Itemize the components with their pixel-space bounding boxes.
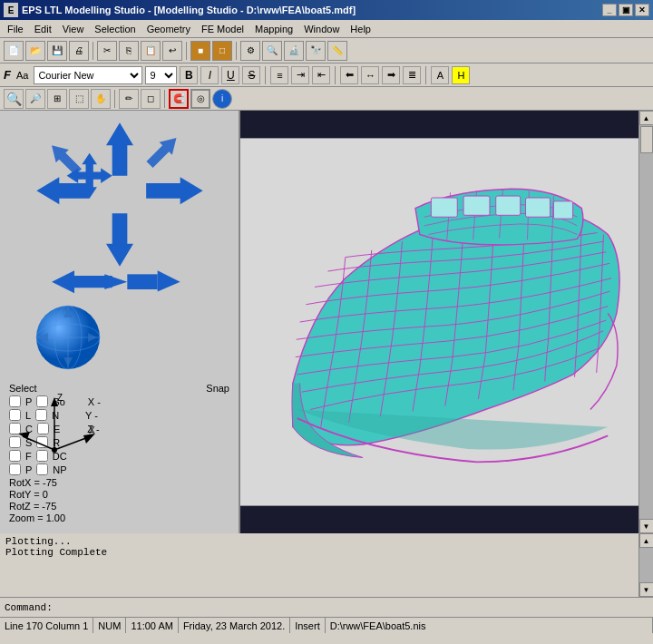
depth-arrows-svg xyxy=(29,267,210,297)
menu-file[interactable]: File xyxy=(2,22,29,36)
indent-button[interactable]: ⇥ xyxy=(291,66,309,84)
status-wrapper: Plotting... Plotting Complete ▲ ▼ xyxy=(0,533,653,597)
italic-button[interactable]: I xyxy=(200,66,219,84)
menu-fe-model[interactable]: FE Model xyxy=(196,22,249,36)
svg-marker-8 xyxy=(105,213,132,266)
scroll-up-button[interactable]: ▲ xyxy=(639,111,654,125)
svg-rect-35 xyxy=(496,196,521,215)
cut-button[interactable]: ✂ xyxy=(97,41,117,61)
status-scroll-down[interactable]: ▼ xyxy=(639,582,654,597)
tool-2[interactable]: 🔍 xyxy=(262,41,282,61)
status-scroll-track[interactable] xyxy=(639,548,654,582)
align-right-button[interactable]: ➡ xyxy=(382,66,400,84)
zoom-window-button[interactable]: ⬚ xyxy=(69,89,89,109)
font-size-select[interactable]: 9 10 12 xyxy=(145,66,177,84)
restore-button[interactable]: ▣ xyxy=(619,4,633,16)
paste-button[interactable]: 📋 xyxy=(141,41,161,61)
snap-button[interactable]: ◎ xyxy=(190,89,210,109)
aa-label: Aa xyxy=(16,70,28,81)
tool-1[interactable]: ⚙ xyxy=(240,41,260,61)
strike-button[interactable]: S xyxy=(242,66,260,84)
sep3 xyxy=(425,66,426,84)
separator-1 xyxy=(93,42,93,60)
save-button[interactable]: 💾 xyxy=(47,41,67,61)
command-input[interactable] xyxy=(57,602,648,613)
justify-button[interactable]: ≣ xyxy=(403,66,421,84)
axis-svg: Z X xyxy=(9,386,100,459)
menu-edit[interactable]: Edit xyxy=(29,22,57,36)
left-panel: Select Snap P So X - L N Y - C E Z - xyxy=(0,111,240,533)
minimize-button[interactable]: _ xyxy=(602,4,617,16)
magnet-button[interactable]: 🧲 xyxy=(169,89,189,109)
color-button[interactable]: A xyxy=(431,66,449,84)
bold-button[interactable]: B xyxy=(180,66,198,84)
svg-marker-1 xyxy=(105,122,132,175)
menu-geometry[interactable]: Geometry xyxy=(141,22,196,36)
sep-font xyxy=(265,66,266,84)
menu-window[interactable]: Window xyxy=(298,22,345,36)
underline-button[interactable]: U xyxy=(221,66,239,84)
check-p2[interactable] xyxy=(9,463,21,475)
eraser-button[interactable]: ◻ xyxy=(141,89,161,109)
tool-4[interactable]: 🔭 xyxy=(306,41,326,61)
tool-3[interactable]: 🔬 xyxy=(284,41,304,61)
outdent-button[interactable]: ⇤ xyxy=(312,66,330,84)
status-file: D:\rww\FEA\boat5.nis xyxy=(326,618,653,633)
align-left-button[interactable]: ⬅ xyxy=(340,66,358,84)
menu-selection[interactable]: Selection xyxy=(89,22,141,36)
svg-text:X: X xyxy=(89,425,95,435)
scroll-track[interactable] xyxy=(639,125,654,519)
align-center-button[interactable]: ↔ xyxy=(361,66,379,84)
sphere-area xyxy=(32,301,234,374)
tools-toolbar: 🔍 🔎 ⊞ ⬚ ✋ ✏ ◻ 🧲 ◎ i xyxy=(0,87,653,111)
open-button[interactable]: 📂 xyxy=(25,41,45,61)
pan-button[interactable]: ✋ xyxy=(91,89,111,109)
main-toolbar: 📄 📂 💾 🖨 ✂ ⎘ 📋 ↩ ■ □ ⚙ 🔍 🔬 🔭 📏 xyxy=(0,38,653,63)
pencil-button[interactable]: ✏ xyxy=(119,89,139,109)
copy-button[interactable]: ⎘ xyxy=(119,41,139,61)
zoom-out-button[interactable]: 🔎 xyxy=(25,89,45,109)
arrows-svg xyxy=(11,115,229,267)
svg-marker-2 xyxy=(36,177,89,204)
controls-row-6: P NP xyxy=(9,463,229,475)
command-label: Command: xyxy=(5,602,53,613)
sep-tools2 xyxy=(164,90,165,108)
menu-mapping[interactable]: Mapping xyxy=(249,22,298,36)
sep-tools xyxy=(114,90,115,108)
status-bar: Line 170 Column 1 NUM 11:00 AM Friday, 2… xyxy=(0,617,653,633)
zoom-fit-button[interactable]: ⊞ xyxy=(47,89,67,109)
status-date: Friday, 23 March 2012. xyxy=(179,618,290,633)
status-scroll-up[interactable]: ▲ xyxy=(639,533,654,548)
status-scrollbar[interactable]: ▲ ▼ xyxy=(638,533,653,597)
status-line-2: Plotting Complete xyxy=(5,547,633,558)
label-np: NP xyxy=(53,464,66,475)
svg-text:Z: Z xyxy=(57,393,63,403)
hilite-button[interactable]: H xyxy=(452,66,470,84)
scroll-down-button[interactable]: ▼ xyxy=(639,519,654,533)
undo-button[interactable]: ↩ xyxy=(162,41,182,61)
check-np[interactable] xyxy=(36,463,48,475)
tool-5[interactable]: 📏 xyxy=(327,41,347,61)
zoom-in-button[interactable]: 🔍 xyxy=(4,89,24,109)
scroll-thumb[interactable] xyxy=(640,126,653,153)
rot-y-display: RotY = 0 xyxy=(9,489,229,500)
3d-viewport[interactable] xyxy=(240,111,638,533)
list-button[interactable]: ≡ xyxy=(270,66,288,84)
new-button[interactable]: 📄 xyxy=(4,41,24,61)
menu-view[interactable]: View xyxy=(57,22,90,36)
menu-help[interactable]: Help xyxy=(345,22,376,36)
rot-x-display: RotX = -75 xyxy=(9,477,229,488)
close-button[interactable]: ✕ xyxy=(635,4,649,16)
status-time: 11:00 AM xyxy=(126,618,178,633)
label-p2: P xyxy=(25,464,32,475)
sphere-svg xyxy=(32,301,104,374)
font-name-select[interactable]: Courier New Arial Times New Roman xyxy=(34,66,142,84)
print-button[interactable]: 🖨 xyxy=(69,41,89,61)
info-button[interactable]: i xyxy=(212,89,232,109)
deselect-button[interactable]: □ xyxy=(212,41,232,61)
rot-z-display: RotZ = -75 xyxy=(9,501,229,512)
title-bar-left: E EPS LTL Modelling Studio - [Modelling … xyxy=(4,3,356,17)
select-all-button[interactable]: ■ xyxy=(190,41,210,61)
viewport-scrollbar[interactable]: ▲ ▼ xyxy=(638,111,653,533)
app-icon: E xyxy=(4,3,18,17)
